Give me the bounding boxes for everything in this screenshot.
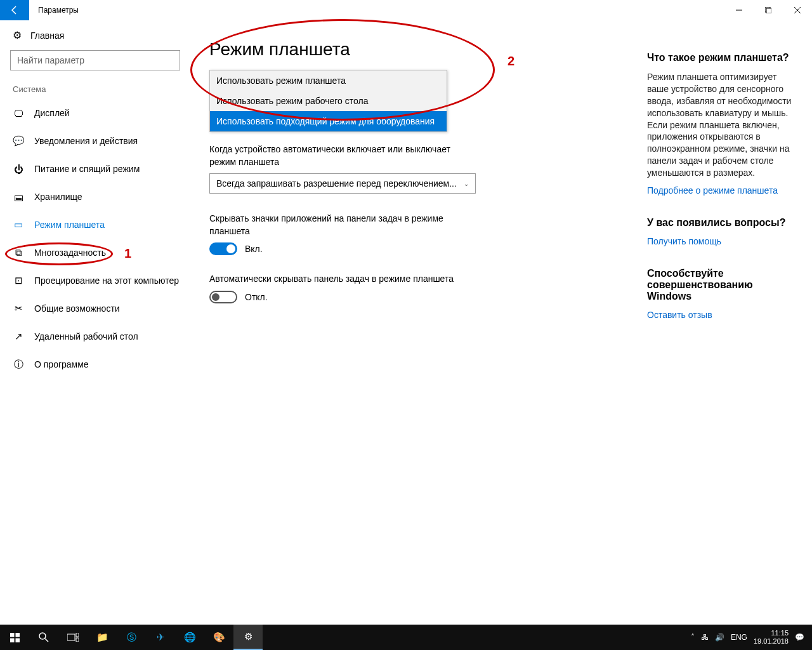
sidebar: ⚙ Главная Найти параметр Система 🖵 Диспл… [0,20,190,625]
close-icon [794,7,801,13]
auto-switch-select[interactable]: Всегда запрашивать разрешение перед пере… [209,173,476,194]
power-icon: ⏻ [13,164,24,175]
sidebar-item-multitask[interactable]: ⧉ Многозадачность [10,239,180,267]
clock-date: 19.01.2018 [754,637,789,646]
select-value: Всегда запрашивать разрешение перед пере… [216,178,457,189]
taskbar-app-skype[interactable]: Ⓢ [117,625,146,650]
svg-rect-9 [76,638,79,642]
volume-icon[interactable]: 🔊 [715,633,724,642]
sidebar-item-notifications[interactable]: 💬 Уведомления и действия [10,127,180,155]
arrow-left-icon [10,5,20,15]
info-link[interactable]: Подробнее о режиме планшета [647,185,797,196]
hide-icons-label: Скрывать значки приложений на панели зад… [209,213,476,237]
shared-icon: ✂ [13,303,24,314]
info-heading: Что такое режим планшета? [647,52,797,63]
auto-hide-label: Автоматически скрывать панель задач в ре… [209,273,476,286]
sidebar-item-label: Удаленный рабочий стол [34,331,138,342]
taskbar-app-explorer[interactable]: 📁 [88,625,117,650]
maximize-button[interactable] [754,0,783,20]
toggle-state: Откл. [245,292,268,302]
clock[interactable]: 11:15 19.01.2018 [754,629,789,645]
search-placeholder: Найти параметр [17,55,84,65]
system-tray[interactable]: ˄ 🖧 🔊 ENG 11:15 19.01.2018 💬 [691,629,812,645]
start-button[interactable] [0,625,29,650]
network-icon[interactable]: 🖧 [701,633,709,642]
sidebar-item-remote[interactable]: ↗ Удаленный рабочий стол [10,322,180,350]
gear-icon: ⚙ [244,631,252,642]
clock-time: 11:15 [754,629,789,637]
svg-rect-7 [67,634,75,640]
sidebar-item-power[interactable]: ⏻ Питание и спящий режим [10,155,180,183]
taskbar-app-chrome[interactable]: 🌐 [175,625,204,650]
help-link[interactable]: Получить помощь [647,236,797,246]
sidebar-item-label: Уведомления и действия [34,136,138,146]
svg-rect-8 [76,633,79,637]
taskbar-app-settings[interactable]: ⚙ [233,625,263,650]
taskbar-app-telegram[interactable]: ✈ [146,625,175,650]
taskbar-app-paint[interactable]: 🎨 [204,625,233,650]
svg-rect-5 [15,638,20,642]
search-input[interactable]: Найти параметр [10,50,180,70]
sidebar-item-label: О программе [34,359,89,369]
maximize-icon [765,7,771,13]
sidebar-item-label: Дисплей [34,108,70,118]
feedback-link[interactable]: Оставить отзыв [647,310,797,320]
chevron-down-icon: ⌄ [464,180,469,187]
multitask-icon: ⧉ [13,247,24,258]
language-indicator[interactable]: ENG [731,633,747,642]
sidebar-item-label: Многозадачность [34,248,106,258]
sidebar-item-projecting[interactable]: ⊡ Проецирование на этот компьютер [10,267,180,295]
minimize-button[interactable] [724,0,754,20]
tray-chevron-icon[interactable]: ˄ [691,633,695,642]
display-icon: 🖵 [13,108,24,119]
svg-point-6 [39,633,46,639]
main-content: Режим планшета Использовать режим планше… [190,20,647,625]
home-button[interactable]: ⚙ Главная [10,20,180,50]
login-mode-dropdown[interactable]: Использовать режим планшета Использовать… [209,70,447,132]
skype-icon: Ⓢ [127,632,136,644]
improve-heading: Способствуйте совершенствованию Windows [647,268,797,302]
sidebar-item-shared[interactable]: ✂ Общие возможности [10,295,180,322]
remote-icon: ↗ [13,331,24,342]
right-pane: Что такое режим планшета? Режим планшета… [647,20,812,625]
questions-heading: У вас появились вопросы? [647,217,797,229]
home-label: Главная [30,30,64,41]
storage-icon: 🖴 [13,192,24,202]
sidebar-item-about[interactable]: ⓘ О программе [10,350,180,378]
window-title: Параметры [29,6,79,15]
close-button[interactable] [783,0,812,20]
projecting-icon: ⊡ [13,275,24,286]
sidebar-item-label: Питание и спящий режим [34,164,140,174]
notifications-icon: 💬 [13,135,24,147]
telegram-icon: ✈ [157,632,165,643]
taskview-button[interactable] [58,625,88,650]
dropdown-option[interactable]: Использовать режим планшета [210,70,447,91]
taskbar: 📁 Ⓢ ✈ 🌐 🎨 ⚙ ˄ 🖧 🔊 ENG 11:15 19.01.2018 💬 [0,625,812,650]
tablet-icon: ▭ [13,219,24,230]
sidebar-item-tablet[interactable]: ▭ Режим планшета [10,211,180,239]
auto-switch-label: Когда устройство автоматически включает … [209,143,476,168]
chrome-icon: 🌐 [184,632,196,643]
gear-icon: ⚙ [13,29,22,41]
sidebar-item-label: Режим планшета [34,220,105,230]
dropdown-option-selected[interactable]: Использовать подходящий режим для оборуд… [210,111,447,131]
search-button[interactable] [29,625,58,650]
sidebar-item-label: Хранилище [34,192,82,202]
dropdown-option[interactable]: Использовать режим рабочего стола [210,91,447,111]
minimize-icon [736,7,742,13]
folder-icon: 📁 [96,632,108,643]
back-button[interactable] [0,0,29,20]
titlebar: Параметры [0,0,812,20]
action-center-icon[interactable]: 💬 [795,633,804,642]
sidebar-item-storage[interactable]: 🖴 Хранилище [10,183,180,211]
hide-icons-toggle[interactable] [209,242,237,255]
info-icon: ⓘ [13,359,24,371]
search-icon [39,632,49,642]
toggle-state: Вкл. [245,244,263,254]
info-text: Режим планшета оптимизирует ваше устройс… [647,71,797,179]
sidebar-item-label: Проецирование на этот компьютер [34,275,179,286]
svg-rect-1 [766,8,771,13]
auto-hide-toggle[interactable] [209,291,237,303]
svg-rect-3 [15,633,20,637]
sidebar-item-display[interactable]: 🖵 Дисплей [10,99,180,127]
